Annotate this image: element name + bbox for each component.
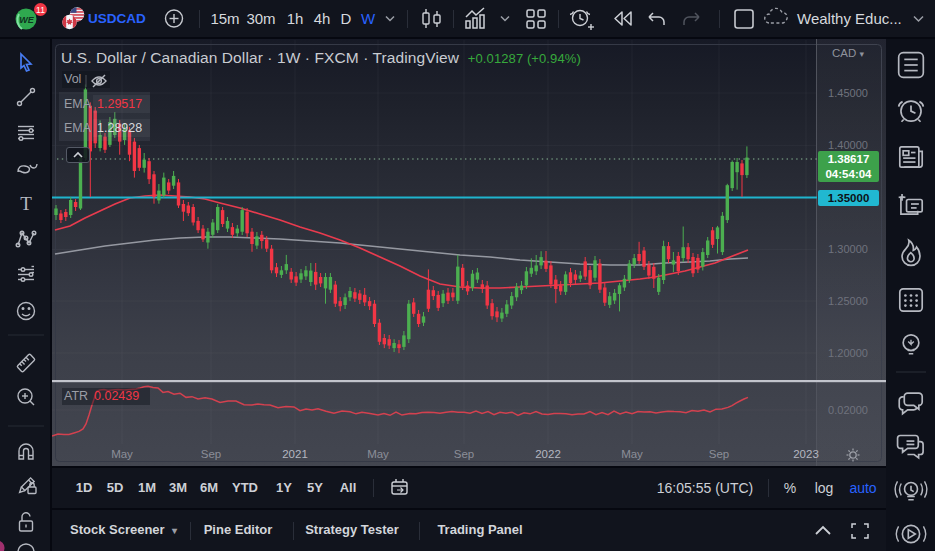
svg-text:11: 11 — [36, 5, 45, 15]
svg-text:T: T — [20, 193, 32, 214]
svg-text:WE: WE — [19, 15, 34, 25]
